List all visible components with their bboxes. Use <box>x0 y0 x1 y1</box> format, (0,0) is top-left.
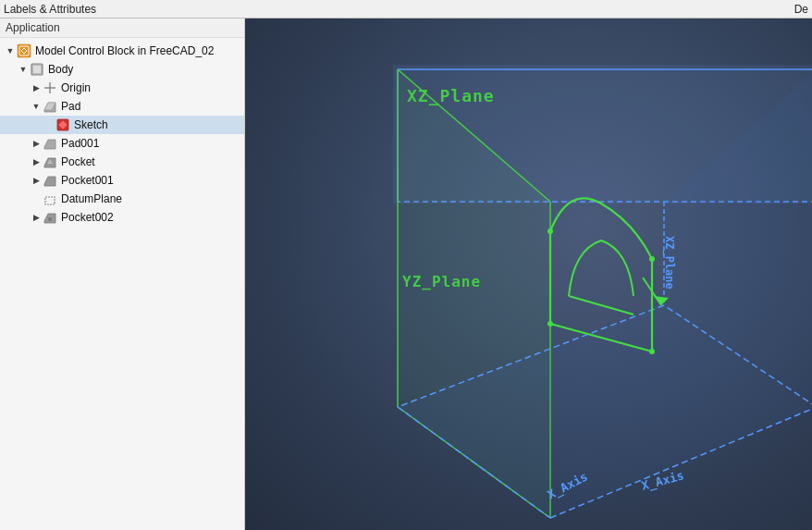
sidebar-section-label: Application <box>0 18 244 38</box>
tree-item-pad001[interactable]: Pad001 <box>0 134 244 153</box>
svg-marker-14 <box>45 197 55 204</box>
svg-point-40 <box>649 256 655 262</box>
body-icon <box>30 62 44 77</box>
arrow-pocket001 <box>30 174 43 187</box>
yz-plane-label: YZ_Plane <box>402 273 481 290</box>
model-label: Model Control Block in FreeCAD_02 <box>35 44 214 57</box>
arrow-body <box>17 63 30 76</box>
pocket-label: Pocket <box>61 155 95 168</box>
pocket001-icon <box>43 173 57 188</box>
svg-rect-3 <box>33 66 41 73</box>
svg-point-41 <box>547 321 553 327</box>
panel-right: De <box>794 3 808 16</box>
datumplane-label: DatumPlane <box>61 192 122 205</box>
viewport[interactable]: XZ_Plane YZ_Plane X_Axis X_Axis <box>245 18 812 530</box>
tree-item-datumplane[interactable]: DatumPlane <box>0 190 244 208</box>
xz-right-label: XZ_Plane <box>662 236 676 290</box>
tree-item-origin[interactable]: Origin <box>0 79 244 97</box>
pocket001-label: Pocket001 <box>61 174 114 187</box>
tree-item-model[interactable]: Model Control Block in FreeCAD_02 <box>0 42 244 60</box>
pad001-label: Pad001 <box>61 137 99 150</box>
main-area: Application Model Control Block in FreeC… <box>0 18 812 530</box>
panel-title: Labels & Attributes <box>4 3 96 16</box>
tree-item-pocket[interactable]: Pocket <box>0 153 244 171</box>
arrow-pocket002 <box>30 211 43 224</box>
svg-marker-10 <box>44 140 55 149</box>
svg-point-39 <box>547 228 553 234</box>
sidebar: Application Model Control Block in FreeC… <box>0 18 245 530</box>
tree-item-body[interactable]: Body <box>0 60 244 79</box>
pad001-icon <box>43 136 57 151</box>
pad-label: Pad <box>61 100 80 113</box>
model-icon <box>17 43 31 58</box>
arrow-origin <box>30 81 43 94</box>
sketch-icon <box>55 117 70 132</box>
svg-line-38 <box>569 296 634 314</box>
pocket-icon <box>43 154 57 169</box>
origin-icon <box>43 80 57 95</box>
tree-item-pocket001[interactable]: Pocket001 <box>0 171 244 190</box>
sketch-label: Sketch <box>74 118 108 131</box>
origin-label: Origin <box>61 81 91 94</box>
datumplane-icon <box>43 191 57 206</box>
panel-header: Labels & Attributes De <box>0 0 812 18</box>
arrow-pad001 <box>30 137 43 150</box>
tree-item-pocket002[interactable]: Pocket002 <box>0 208 244 227</box>
arrow-pocket <box>30 155 43 168</box>
tree-item-pad[interactable]: Pad <box>0 97 244 116</box>
svg-marker-13 <box>44 177 55 186</box>
svg-point-42 <box>649 349 655 354</box>
svg-point-16 <box>48 217 52 221</box>
arrow-model <box>4 44 17 57</box>
pocket002-icon <box>43 210 57 225</box>
pad-icon <box>43 99 57 114</box>
tree-area: Model Control Block in FreeCAD_02 Body <box>0 38 244 530</box>
arrow-pad <box>30 100 43 113</box>
pocket002-label: Pocket002 <box>61 211 114 224</box>
body-label: Body <box>48 63 73 76</box>
tree-item-sketch[interactable]: Sketch <box>0 116 244 134</box>
